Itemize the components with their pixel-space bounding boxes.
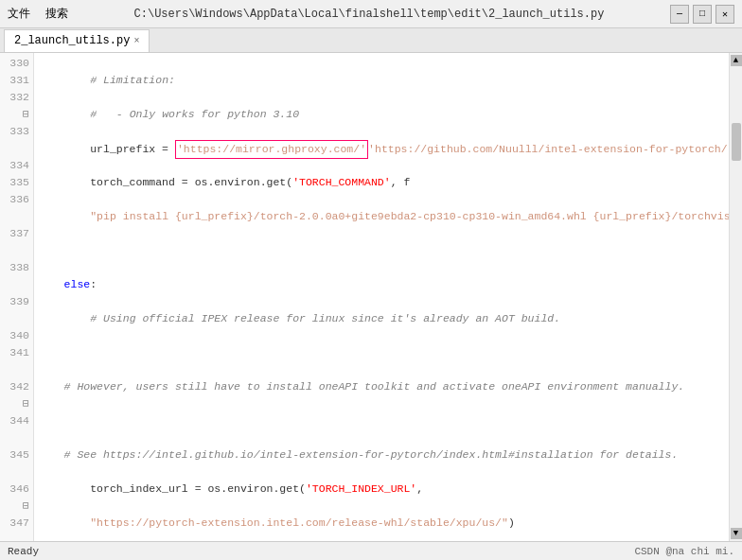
menu-bar[interactable]: 文件 搜索 xyxy=(8,6,68,22)
close-button[interactable]: ✕ xyxy=(716,5,734,24)
minimize-button[interactable]: — xyxy=(670,5,689,24)
title-bar: 文件 搜索 C:\Users\Windows\AppData\Local\fin… xyxy=(0,0,742,28)
line-numbers: 330 331 332 ⊟ 333 334 335 336 337 338 33… xyxy=(0,53,34,541)
status-bar: Ready CSDN @na chi mi. xyxy=(0,541,742,560)
window-path: C:\Users\Windows\AppData\Local\finalshel… xyxy=(68,8,670,21)
status-right: CSDN @na chi mi. xyxy=(634,546,734,557)
code-editor[interactable]: # Limitation: # - Only works for python … xyxy=(34,53,729,541)
tab-label: 2_launch_utils.py xyxy=(14,34,130,47)
tab-close-button[interactable]: × xyxy=(133,36,139,46)
status-ready: Ready xyxy=(8,546,39,557)
vertical-scrollbar[interactable]: ▲ ▼ xyxy=(729,53,742,541)
menu-search[interactable]: 搜索 xyxy=(45,6,68,22)
editor-container: 330 331 332 ⊟ 333 334 335 336 337 338 33… xyxy=(0,53,742,541)
maximize-button[interactable]: □ xyxy=(693,5,712,24)
menu-file[interactable]: 文件 xyxy=(8,6,30,22)
tab-bar: 2_launch_utils.py × xyxy=(0,28,742,53)
tab-file[interactable]: 2_launch_utils.py × xyxy=(4,29,150,52)
window-controls[interactable]: — □ ✕ xyxy=(670,5,734,24)
